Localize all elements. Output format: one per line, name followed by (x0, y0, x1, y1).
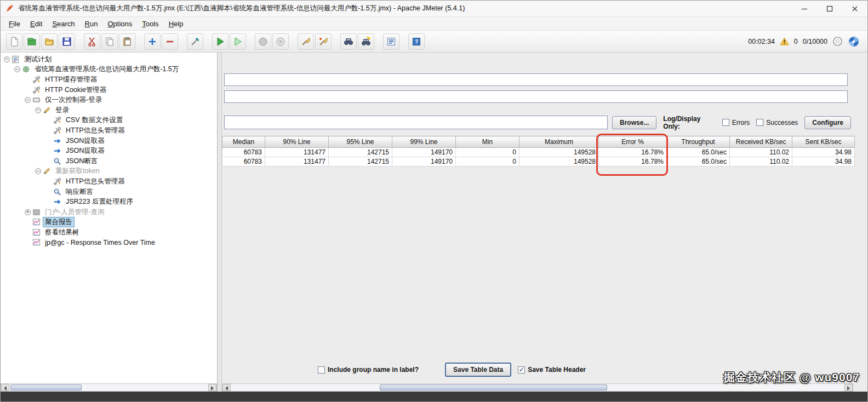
scroll-right-arrow-icon[interactable] (208, 384, 216, 391)
arrow-icon (53, 137, 61, 145)
configure-button[interactable]: Configure (804, 116, 851, 129)
tree-item[interactable]: HTTP信息头管理器 (1, 176, 217, 187)
column-header[interactable]: Min (456, 136, 519, 148)
tree-h-scrollbar-track[interactable] (9, 384, 208, 391)
stop-button[interactable] (255, 33, 271, 50)
scroll-left-arrow-icon[interactable] (1, 384, 9, 391)
successes-checkbox[interactable]: Successes (756, 119, 798, 127)
tree-item-label: HTTP Cookie管理器 (43, 85, 108, 95)
tree-item[interactable]: −省统筹血液管理系统-信息访问最大用户数-1.5万 (1, 65, 217, 75)
scroll-left-arrow-icon[interactable] (222, 384, 231, 391)
collapse-handle-icon[interactable]: − (35, 168, 41, 174)
tree-item[interactable]: −登录 (1, 105, 217, 116)
warning-icon[interactable] (780, 37, 789, 45)
column-header[interactable]: 90% Line (265, 136, 329, 148)
open-file-button[interactable] (41, 33, 58, 50)
watermark: 掘金技术社区 @ wu9007 (723, 370, 860, 385)
menu-search[interactable]: Search (47, 18, 79, 30)
tree-item[interactable]: JSON断言 (1, 156, 217, 166)
menu-tools[interactable]: Tools (137, 18, 163, 30)
start-button[interactable] (212, 33, 229, 50)
minus-icon (165, 37, 175, 47)
menu-options[interactable]: Options (102, 18, 137, 30)
column-header[interactable]: Median (222, 136, 265, 148)
expand-handle-icon[interactable]: + (25, 209, 31, 215)
collapse-handle-icon[interactable]: − (14, 66, 20, 72)
tree-item[interactable]: 聚合报告 (1, 217, 217, 228)
column-header[interactable]: Error % (599, 136, 667, 148)
search-button[interactable] (340, 33, 357, 50)
shutdown-button[interactable] (272, 33, 289, 50)
menu-run[interactable]: Run (80, 18, 103, 30)
tree-item[interactable]: −仅一次控制器-登录 (1, 95, 217, 105)
paste-button[interactable] (119, 33, 135, 50)
templates-button[interactable] (24, 33, 40, 50)
table-row[interactable]: 60783131477142715149170014952816.78%65.0… (222, 157, 855, 166)
tree-item[interactable]: −测试计划 (1, 54, 217, 65)
help-button[interactable]: ? (408, 33, 425, 50)
tree-item[interactable]: +门户-人员管理-查询 (1, 207, 217, 217)
column-header[interactable]: Throughput (667, 136, 730, 148)
chart-icon (32, 238, 41, 246)
minimize-button[interactable] (792, 1, 817, 17)
column-header[interactable]: 95% Line (329, 136, 392, 148)
window-title: 省统筹血液管理系统-信息访问最大用户数-1.5万.jmx (E:\江西\血液脚本… (18, 4, 792, 13)
save-icon (62, 37, 72, 47)
start-no-timers-button[interactable] (230, 33, 246, 50)
collapse-handle-icon[interactable]: − (4, 56, 10, 62)
tree-item[interactable]: −重新获取token (1, 166, 217, 177)
column-header[interactable]: Maximum (519, 136, 599, 148)
column-header[interactable]: 99% Line (392, 136, 456, 148)
add-button[interactable] (144, 33, 161, 50)
status-circle-icon[interactable] (832, 36, 843, 47)
filename-field[interactable] (224, 116, 608, 129)
tree-item[interactable]: HTTP信息头管理器 (1, 125, 217, 136)
tree-h-scrollbar[interactable] (1, 383, 217, 392)
tree-item[interactable]: 响应断言 (1, 187, 217, 197)
errors-checkbox[interactable]: Errors (722, 119, 750, 127)
tree-item[interactable]: 察看结果树 (1, 227, 217, 238)
save-table-header-checkbox[interactable]: Save Table Header (518, 366, 586, 374)
include-group-name-checkbox[interactable]: Include group name in label? (318, 366, 419, 374)
tree-h-scrollbar-thumb[interactable] (10, 384, 82, 390)
clear-all-button[interactable] (315, 33, 332, 50)
toggle-button[interactable] (187, 33, 203, 50)
new-file-button[interactable] (6, 33, 22, 50)
table-row[interactable]: 60783131477142715149170014952816.78%65.0… (222, 148, 855, 157)
tree-item[interactable]: jp@gc - Response Times Over Time (1, 238, 217, 248)
maximize-button[interactable] (817, 1, 842, 17)
save-table-data-button[interactable]: Save Table Data (445, 363, 511, 377)
tree-item[interactable]: JSON提取器 (1, 146, 217, 156)
tree-item[interactable]: HTTP Cookie管理器 (1, 85, 217, 95)
tree-item[interactable]: JSR223 后置处理程序 (1, 197, 217, 207)
name-field[interactable] (224, 73, 848, 86)
clear-button[interactable] (298, 33, 314, 50)
menu-help[interactable]: Help (164, 18, 189, 30)
collapse-handle-icon[interactable]: − (25, 97, 31, 103)
browse-button[interactable]: Browse... (612, 116, 656, 129)
shutdown-icon (276, 37, 285, 47)
main-h-scrollbar-thumb[interactable] (380, 384, 607, 390)
copy-button[interactable] (101, 33, 118, 50)
menu-file[interactable]: File (4, 18, 25, 30)
close-button[interactable] (842, 1, 867, 17)
tree-item[interactable]: HTTP缓存管理器 (1, 74, 217, 85)
column-header[interactable]: Sent KB/sec (792, 136, 855, 148)
menu-edit[interactable]: Edit (25, 18, 47, 30)
search-reset-button[interactable] (358, 33, 374, 50)
function-helper-button[interactable] (383, 33, 399, 50)
collapse-handle-icon[interactable]: − (35, 107, 41, 113)
save-button[interactable] (59, 33, 75, 50)
tree-item-label: jp@gc - Response Times Over Time (43, 238, 157, 247)
comments-field[interactable] (224, 90, 848, 103)
tree-item-label: HTTP信息头管理器 (64, 176, 127, 187)
tree-item[interactable]: JSON提取器 (1, 136, 217, 146)
tree-item[interactable]: CSV 数据文件设置 (1, 116, 217, 126)
wrench-icon (53, 177, 61, 186)
split-pane-divider[interactable] (218, 53, 222, 392)
column-header[interactable]: Received KB/sec (730, 136, 792, 148)
remove-button[interactable] (162, 33, 178, 50)
tree-item-label: 省统筹血液管理系统-信息访问最大用户数-1.5万 (32, 64, 181, 74)
log-display-label: Log/Display Only: (663, 115, 715, 130)
cut-button[interactable] (84, 33, 100, 50)
